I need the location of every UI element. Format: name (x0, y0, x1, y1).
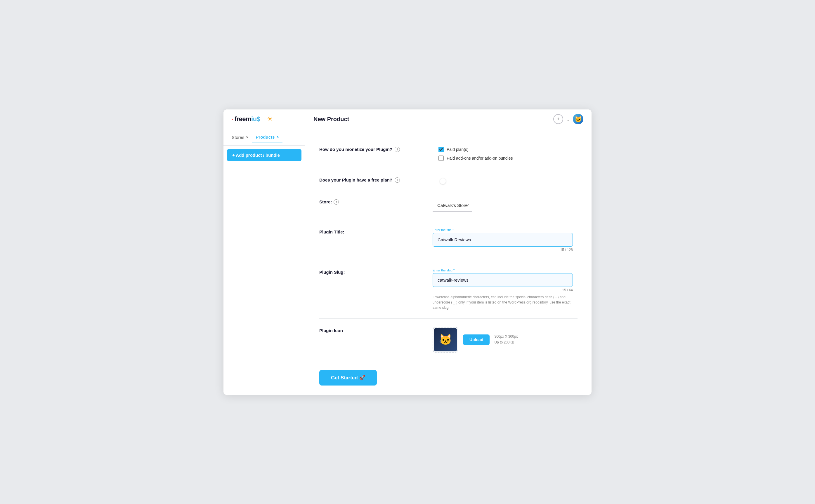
monetize-checkbox-group: Paid plan(s) Paid add-ons and/or add-on … (438, 147, 577, 161)
plugin-title-input-group: Enter the title * 15 / 128 (433, 228, 573, 252)
logo-dot: · (232, 115, 234, 123)
logo-dollar-sign: iu$ (251, 115, 260, 123)
app-window: · freemiu$ ☀ New Product + ⌄ 🐱 Stores (224, 109, 591, 395)
add-product-label: + Add product / bundle (232, 153, 280, 158)
icon-specs-size: 300px X 300px (494, 334, 518, 339)
free-plan-info-icon[interactable]: i (395, 177, 400, 183)
upload-button[interactable]: Upload (463, 334, 490, 345)
plugin-slug-label: Plugin Slug: (319, 268, 384, 275)
plugin-title-label: Plugin Title: (319, 228, 384, 234)
monetize-question-text: How do you monetize your Plugin? (319, 147, 392, 152)
paid-addons-row: Paid add-ons and/or add-on bundles (438, 156, 577, 161)
plugin-title-char-count: 15 / 128 (433, 248, 573, 252)
paid-plans-checkbox[interactable] (438, 147, 444, 152)
monetize-answers: Paid plan(s) Paid add-ons and/or add-on … (433, 147, 577, 161)
main-layout: Stores ∨ Products ∧ + Add product / bund… (224, 129, 591, 395)
plugin-slug-char-count: 15 / 64 (433, 288, 573, 292)
header: · freemiu$ ☀ New Product + ⌄ 🐱 (224, 109, 591, 129)
plus-icon: + (557, 116, 560, 122)
add-button[interactable]: + (553, 114, 563, 124)
stores-label: Stores (232, 135, 244, 140)
icon-specs-size2: Up to 200KB (494, 340, 518, 345)
sidebar-item-stores[interactable]: Stores ∨ (228, 132, 252, 142)
logo-area: · freemiu$ ☀ (232, 115, 314, 123)
plugin-icon-label-side: Plugin Icon (319, 327, 419, 333)
plugin-icon-emoji: 🐱 (439, 334, 452, 346)
paid-plans-row: Paid plan(s) (438, 147, 577, 152)
chevron-down-icon[interactable]: ⌄ (566, 116, 570, 122)
plugin-icon-section: Plugin Icon 🐱 Upload 300px X 300px Up to… (319, 319, 577, 361)
page-title: New Product (314, 116, 553, 123)
slug-hint-text: Lowercase alphanumeric characters, can i… (433, 294, 573, 310)
store-label-side: Store: i (319, 199, 419, 205)
header-actions: + ⌄ 🐱 (553, 114, 583, 124)
logo: · freemiu$ (232, 115, 260, 123)
monetize-info-icon[interactable]: i (395, 147, 400, 152)
get-started-button[interactable]: Get Started 🚀 (319, 370, 377, 386)
avatar-icon: 🐱 (574, 116, 582, 123)
icon-preview-box: 🐱 (433, 327, 458, 353)
icon-upload-area: 🐱 Upload 300px X 300px Up to 200KB (433, 327, 577, 353)
store-section: Store: i Catwalk's Store (319, 191, 577, 220)
icon-specs: 300px X 300px Up to 200KB (494, 334, 518, 345)
store-label-main: Store: (319, 199, 332, 204)
store-label-text: Store: i (319, 199, 339, 205)
store-select[interactable]: Catwalk's Store (433, 199, 472, 212)
plugin-slug-label-side: Plugin Slug: (319, 268, 419, 275)
free-plan-question-text: Does your Plugin have a free plan? (319, 177, 392, 182)
plugin-title-label-side: Plugin Title: (319, 228, 419, 234)
content-area: How do you monetize your Plugin? i Paid … (305, 129, 591, 395)
plugin-title-floating-label: Enter the title * (433, 228, 573, 232)
logo-text: freemiu$ (235, 115, 260, 123)
products-chevron-icon: ∧ (276, 135, 279, 139)
store-info-icon[interactable]: i (334, 199, 339, 205)
plugin-slug-input-group: Enter the slug * 15 / 64 (433, 268, 573, 292)
avatar[interactable]: 🐱 (573, 114, 583, 124)
plugin-slug-input-side: Enter the slug * 15 / 64 Lowercase alpha… (433, 268, 577, 310)
plugin-slug-input[interactable] (433, 273, 573, 287)
sidebar-item-products[interactable]: Products ∧ (252, 132, 283, 142)
plugin-title-section: Plugin Title: Enter the title * 15 / 128 (319, 220, 577, 260)
plugin-icon-label: Plugin Icon (319, 327, 384, 333)
paid-plans-label: Paid plan(s) (447, 147, 469, 152)
paid-addons-label: Paid add-ons and/or add-on bundles (447, 156, 513, 161)
nav-bar: Stores ∨ Products ∧ (224, 129, 305, 146)
products-label: Products (256, 135, 275, 139)
sun-icon: ☀ (267, 115, 273, 123)
plugin-title-input-side: Enter the title * 15 / 128 (433, 228, 577, 252)
icon-preview-img: 🐱 (434, 328, 457, 351)
plugin-title-input[interactable] (433, 233, 573, 247)
plugin-slug-floating-label: Enter the slug * (433, 268, 573, 272)
monetize-question-side: How do you monetize your Plugin? i (319, 147, 419, 152)
add-product-button[interactable]: + Add product / bundle (227, 149, 302, 161)
free-plan-section: Does your Plugin have a free plan? i (319, 169, 577, 191)
sidebar: Stores ∨ Products ∧ + Add product / bund… (224, 129, 305, 395)
plugin-slug-section: Plugin Slug: Enter the slug * 15 / 64 Lo… (319, 260, 577, 319)
stores-chevron-icon: ∨ (246, 135, 249, 139)
paid-addons-checkbox[interactable] (438, 156, 444, 161)
monetize-section: How do you monetize your Plugin? i Paid … (319, 139, 577, 169)
plugin-icon-upload-side: 🐱 Upload 300px X 300px Up to 200KB (433, 327, 577, 353)
store-select-side: Catwalk's Store (433, 199, 577, 212)
free-plan-question-side: Does your Plugin have a free plan? i (319, 177, 419, 183)
